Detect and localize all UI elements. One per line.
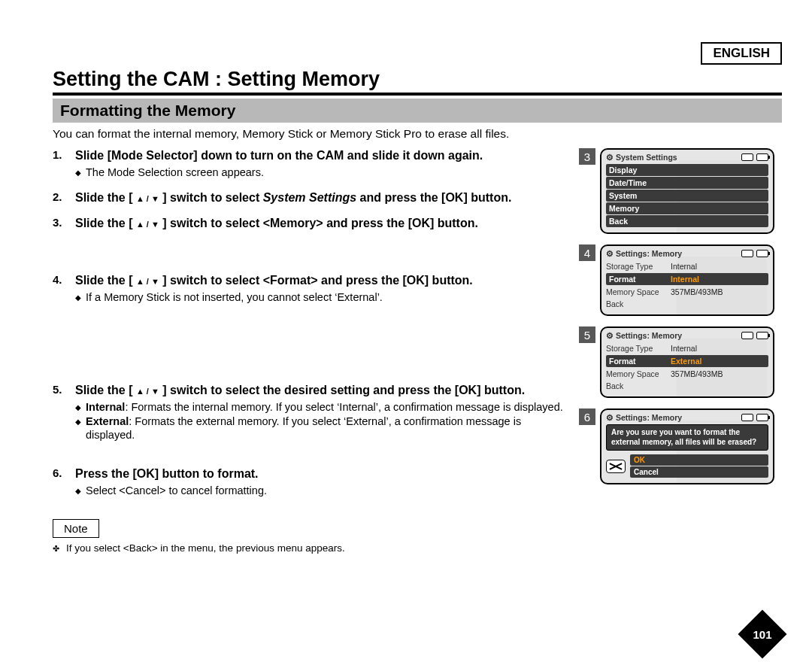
page-number: 101 bbox=[753, 628, 771, 641]
menu-item-back[interactable]: Back bbox=[606, 215, 768, 227]
confirm-cancel-button[interactable]: Cancel bbox=[630, 466, 768, 478]
screen-6: ⚙Settings: Memory Are you sure you want … bbox=[600, 408, 774, 484]
row-format-selected[interactable]: FormatExternal bbox=[606, 355, 768, 367]
up-down-icon: ▲ / ▼ bbox=[136, 194, 159, 203]
note-text: If you select <Back> in the menu, the pr… bbox=[53, 542, 573, 554]
up-down-icon: ▲ / ▼ bbox=[136, 387, 159, 396]
step-2-head: Slide the [ ▲ / ▼ ] switch to select Sys… bbox=[75, 190, 573, 205]
card-icon bbox=[741, 250, 753, 257]
step-3-head: Slide the [ ▲ / ▼ ] switch to select <Me… bbox=[75, 216, 573, 231]
screen-5-block: 5 ⚙Settings: Memory Storage TypeInternal… bbox=[579, 326, 782, 398]
screen-4: ⚙Settings: Memory Storage TypeInternal F… bbox=[600, 244, 774, 316]
screen-6-number: 6 bbox=[579, 408, 595, 425]
settings-icon: ⚙ bbox=[606, 249, 614, 258]
step-6-head: Press the [OK] button to format. bbox=[75, 466, 573, 481]
row-back[interactable]: Back bbox=[606, 380, 768, 392]
settings-icon: ⚙ bbox=[606, 413, 614, 422]
screens-column: 3 ⚙System Settings Display Date/Time Sys… bbox=[579, 148, 782, 554]
step-2: Slide the [ ▲ / ▼ ] switch to select Sys… bbox=[53, 190, 573, 205]
row-format-selected[interactable]: FormatInternal bbox=[606, 273, 768, 285]
battery-icon bbox=[756, 414, 768, 421]
screen-5: ⚙Settings: Memory Storage TypeInternal F… bbox=[600, 326, 774, 398]
screen-4-block: 4 ⚙Settings: Memory Storage TypeInternal… bbox=[579, 244, 782, 316]
up-down-icon: ▲ / ▼ bbox=[136, 277, 159, 286]
page-title: Setting the CAM : Setting Memory bbox=[53, 68, 782, 96]
screen-3-block: 3 ⚙System Settings Display Date/Time Sys… bbox=[579, 148, 782, 234]
step-3: Slide the [ ▲ / ▼ ] switch to select <Me… bbox=[53, 216, 573, 263]
instructions-column: Slide [Mode Selector] down to turn on th… bbox=[53, 148, 573, 554]
card-icon bbox=[741, 414, 753, 421]
screen-4-number: 4 bbox=[579, 244, 595, 261]
screen-5-number: 5 bbox=[579, 326, 595, 343]
row-memory-space: Memory Space357MB/493MB bbox=[606, 286, 768, 298]
page-number-badge: 101 bbox=[743, 617, 782, 651]
row-storage-type[interactable]: Storage TypeInternal bbox=[606, 342, 768, 354]
settings-icon: ⚙ bbox=[606, 153, 614, 162]
menu-item-system[interactable]: System bbox=[606, 190, 768, 202]
confirm-message: Are you sure you want to format the exte… bbox=[606, 424, 768, 451]
step-1-bullet: The Mode Selection screen appears. bbox=[75, 166, 573, 180]
row-back[interactable]: Back bbox=[606, 298, 768, 310]
intro-text: You can format the internal memory, Memo… bbox=[53, 127, 782, 141]
menu-item-memory[interactable]: Memory bbox=[606, 202, 768, 214]
settings-icon: ⚙ bbox=[606, 331, 614, 340]
row-memory-space: Memory Space357MB/493MB bbox=[606, 368, 768, 380]
note-label: Note bbox=[53, 519, 99, 538]
up-down-icon: ▲ / ▼ bbox=[136, 220, 159, 229]
screen-3: ⚙System Settings Display Date/Time Syste… bbox=[600, 148, 774, 234]
screen-6-block: 6 ⚙Settings: Memory Are you sure you wan… bbox=[579, 408, 782, 484]
battery-icon bbox=[756, 250, 768, 257]
menu-item-display[interactable]: Display bbox=[606, 164, 768, 176]
step-5-head: Slide the [ ▲ / ▼ ] switch to select the… bbox=[75, 383, 573, 398]
section-subtitle: Formatting the Memory bbox=[53, 99, 782, 123]
step-6-bullet: Select <Cancel> to cancel formatting. bbox=[75, 484, 573, 498]
step-1: Slide [Mode Selector] down to turn on th… bbox=[53, 148, 573, 180]
battery-icon bbox=[756, 153, 768, 161]
language-badge: ENGLISH bbox=[701, 42, 782, 65]
step-4-bullet: If a Memory Stick is not inserted, you c… bbox=[75, 290, 573, 305]
confirm-ok-button[interactable]: OK bbox=[630, 454, 768, 466]
step-5-bullet-internal: Internal: Formats the internal memory. I… bbox=[75, 400, 573, 415]
battery-icon bbox=[756, 332, 768, 339]
step-4: Slide the [ ▲ / ▼ ] switch to select <Fo… bbox=[53, 273, 573, 372]
step-5-bullet-external: External: Formats the external memory. I… bbox=[75, 415, 573, 443]
step-4-head: Slide the [ ▲ / ▼ ] switch to select <Fo… bbox=[75, 273, 573, 288]
step-5: Slide the [ ▲ / ▼ ] switch to select the… bbox=[53, 383, 573, 457]
screen-3-number: 3 bbox=[579, 148, 595, 165]
card-icon bbox=[741, 153, 753, 161]
cancel-glyph-icon bbox=[606, 460, 626, 473]
row-storage-type[interactable]: Storage TypeInternal bbox=[606, 260, 768, 272]
card-icon bbox=[741, 332, 753, 339]
menu-item-datetime[interactable]: Date/Time bbox=[606, 177, 768, 189]
step-1-head: Slide [Mode Selector] down to turn on th… bbox=[75, 148, 573, 163]
step-6: Press the [OK] button to format. Select … bbox=[53, 466, 573, 498]
